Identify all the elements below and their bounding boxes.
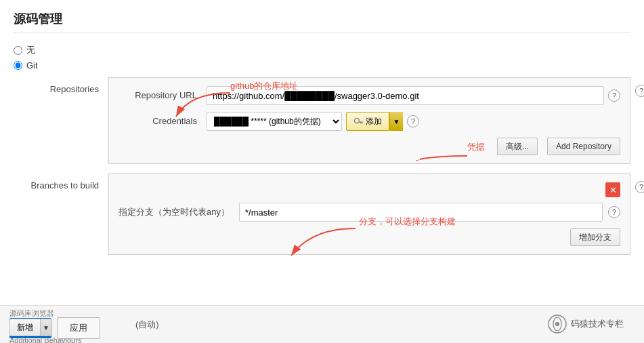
svg-point-0 [355, 119, 360, 123]
credentials-label: Credentials [119, 112, 207, 131]
add-credentials-btn[interactable]: 添加 ▼ [346, 112, 403, 131]
add-btn-main[interactable]: 添加 [346, 112, 389, 131]
branch-value-input[interactable] [239, 203, 603, 222]
branches-panel: ✕ 指定分支（为空时代表any） ? 增加分支 ? [108, 174, 630, 255]
branches-label: Branches to build [20, 174, 108, 255]
repositories-panel: Repository URL ? Credentials ██████ ****… [108, 77, 630, 164]
svg-point-9 [555, 322, 559, 326]
delete-branch-btn[interactable]: ✕ [605, 182, 620, 197]
add-btn-label: 添加 [366, 116, 382, 127]
brand-label: 码猿技术专栏 [571, 318, 624, 330]
add-btn-arrow[interactable]: ▼ [389, 112, 403, 131]
new-btn-main[interactable]: 新增 [9, 319, 40, 336]
repositories-label: Repositories [20, 77, 108, 164]
add-repository-button[interactable]: Add Repository [547, 138, 620, 155]
advanced-button[interactable]: 高级... [497, 138, 538, 155]
key-icon [353, 117, 363, 126]
branch-field-label: 指定分支（为空时代表any） [119, 206, 234, 218]
bottom-center-text: (自动) [135, 319, 159, 331]
url-help-icon[interactable]: ? [608, 89, 620, 102]
page-title: 源码管理 [14, 11, 630, 33]
credentials-help-icon[interactable]: ? [407, 115, 419, 127]
additional-behaviours-label: Additional Behaviours [9, 336, 81, 343]
branch-help-icon[interactable]: ? [608, 206, 620, 218]
brand-text: 码猿技术专栏 [548, 315, 624, 334]
new-btn-arrow[interactable]: ▼ [40, 319, 52, 336]
radio-none-label: 无 [26, 44, 35, 56]
radio-none[interactable]: 无 [14, 44, 630, 56]
apply-button[interactable]: 应用 [57, 317, 100, 339]
bottom-bar: 源码库浏览器 保存 应用 新增 ▼ (自动) Additional Behavi… [0, 305, 644, 343]
new-split-btn[interactable]: 新增 ▼ [9, 319, 52, 336]
radio-group: 无 Git [14, 44, 630, 70]
url-label: Repository URL [119, 86, 207, 105]
radio-git-input[interactable] [14, 61, 22, 70]
bottom-bar-label: 源码库浏览器 [9, 308, 54, 319]
repository-url-input[interactable] [207, 86, 604, 105]
radio-git-label: Git [26, 60, 38, 70]
repositories-panel-help-icon[interactable]: ? [635, 85, 644, 97]
radio-git[interactable]: Git [14, 60, 630, 70]
branches-panel-help-icon[interactable]: ? [635, 181, 644, 193]
radio-none-input[interactable] [14, 46, 22, 55]
credentials-select[interactable]: ██████ ***** (github的凭据) [207, 112, 342, 131]
add-branch-button[interactable]: 增加分支 [570, 228, 620, 246]
brand-logo [548, 315, 567, 334]
